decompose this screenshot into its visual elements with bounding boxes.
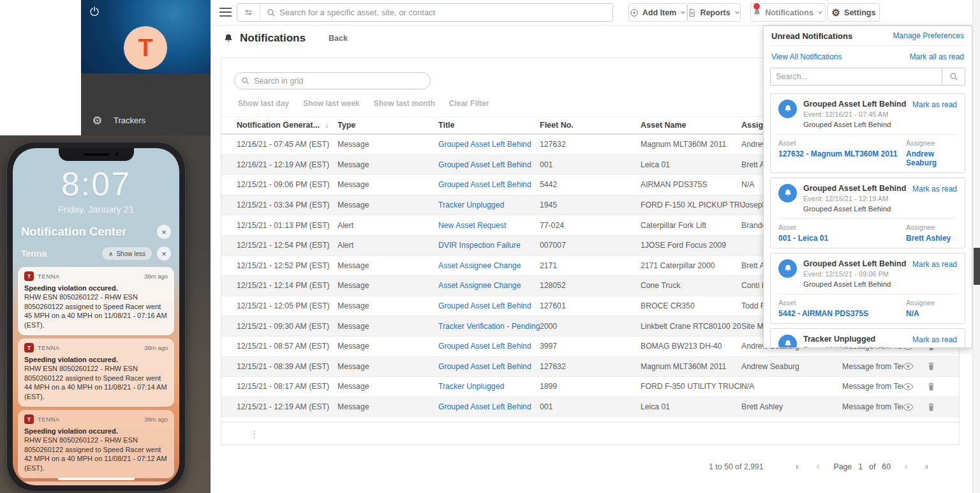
- back-button[interactable]: Back: [329, 34, 348, 43]
- column-header-type[interactable]: Type: [338, 121, 438, 130]
- notification-card[interactable]: Grouped Asset Left Behind Event: 12/16/2…: [770, 178, 965, 248]
- assignee-link[interactable]: Andrew Seaburg: [906, 149, 957, 167]
- phone-notification-card[interactable]: T TENNA 38m ago Speeding violation occur…: [18, 267, 174, 335]
- cell-generated: 12/16/21 - 12:19 AM (EST): [237, 160, 338, 169]
- trash-icon[interactable]: [927, 361, 959, 371]
- filter-tune-icon[interactable]: [237, 4, 260, 21]
- grid-search-input[interactable]: [254, 77, 424, 86]
- mark-all-as-read-link[interactable]: Mark all as read: [910, 52, 964, 61]
- mark-as-read-link[interactable]: Mark as read: [912, 335, 957, 344]
- app-name: TENNA: [38, 273, 144, 280]
- view-all-notifications-link[interactable]: View All Notifications: [771, 52, 842, 61]
- power-icon[interactable]: [89, 6, 100, 17]
- column-header-title[interactable]: Title: [438, 121, 540, 130]
- phone-notification-card[interactable]: T TENNA 38m ago Speeding violation occur…: [18, 338, 174, 407]
- trash-icon[interactable]: [927, 382, 959, 391]
- dropdown-card-list: Grouped Asset Left Behind Event: 12/16/2…: [770, 93, 965, 348]
- cell-type: Message: [338, 201, 438, 209]
- tenna-app-icon: T: [24, 343, 34, 353]
- notifications-dropdown: Unread Notifications Manage Preferences …: [763, 26, 972, 348]
- asset-link[interactable]: 5442 - AIRMAN PDS375S: [778, 309, 906, 318]
- cell-asset: Linkbelt Crane RTC80100 2006: [641, 322, 741, 331]
- assignee-label: Assignee: [906, 224, 957, 231]
- column-header-asset[interactable]: Asset Name: [641, 121, 741, 130]
- notification-title-link[interactable]: Grouped Asset Left Behind: [438, 342, 540, 351]
- notification-title-link[interactable]: New Asset Request: [438, 221, 540, 230]
- notification-title-link[interactable]: DVIR Inspection Failure: [438, 241, 540, 250]
- settings-button[interactable]: ⚙ Settings: [828, 3, 880, 22]
- notification-card[interactable]: Tracker Unplugged Event: 12/15/21 - 03:3…: [770, 328, 965, 348]
- notifications-button[interactable]: Notifications: [750, 3, 826, 22]
- column-header-fleet[interactable]: Fleet No.: [540, 121, 641, 130]
- dropdown-search-input[interactable]: [771, 68, 942, 85]
- report-doc-icon: [688, 8, 696, 17]
- cell-fleet: 77-024: [540, 221, 641, 230]
- notification-card[interactable]: Grouped Asset Left Behind Event: 12/16/2…: [770, 93, 965, 173]
- notification-title-link[interactable]: Grouped Asset Left Behind: [438, 301, 540, 310]
- sidebar-item-trackers[interactable]: Trackers: [81, 104, 211, 137]
- notification-title-link[interactable]: Tracker Unplugged: [438, 201, 540, 209]
- trash-icon[interactable]: [927, 402, 959, 412]
- prev-page-icon[interactable]: [814, 463, 822, 471]
- mark-as-read-link[interactable]: Mark as read: [912, 100, 957, 109]
- phone-notification-card[interactable]: T TENNA 38m ago Speeding violation occur…: [18, 410, 174, 478]
- close-icon[interactable]: ×: [157, 225, 171, 239]
- assignee-link[interactable]: N/A: [906, 309, 957, 318]
- card-event-time: Event: 12/15/21 - 03:34 PM: [803, 345, 889, 348]
- asset-label: Asset: [778, 299, 906, 307]
- table-row[interactable]: 12/15/21 - 12:19 AM (EST) Message Groupe…: [221, 397, 959, 418]
- chevron-up-icon: ∧: [108, 250, 113, 257]
- dropdown-title: Unread Notifications: [771, 31, 852, 41]
- view-eye-icon[interactable]: [903, 362, 927, 370]
- notification-title-link[interactable]: Grouped Asset Left Behind: [438, 402, 540, 411]
- notification-title-link[interactable]: Grouped Asset Left Behind: [438, 160, 540, 169]
- notification-body: RHW ESN 8050260122 - RHW ESN 8050260122 …: [24, 436, 168, 473]
- mark-as-read-link[interactable]: Mark as read: [912, 185, 957, 193]
- scrollbar-thumb[interactable]: [974, 248, 980, 285]
- bell-icon: [778, 259, 797, 278]
- column-header-generated[interactable]: Notification Generat...↓: [237, 121, 338, 130]
- reports-button[interactable]: Reports: [687, 3, 741, 22]
- search-icon[interactable]: [942, 68, 965, 85]
- manage-preferences-link[interactable]: Manage Preferences: [893, 31, 964, 40]
- last-page-icon[interactable]: [921, 463, 930, 471]
- avatar[interactable]: T: [124, 26, 167, 70]
- tenna-app-icon: T: [24, 414, 34, 424]
- gear-icon: ⚙: [832, 8, 840, 17]
- table-row[interactable]: 12/15/21 - 08:17 AM (EST) Message Tracke…: [221, 377, 959, 397]
- notification-title-link[interactable]: Asset Assignee Change: [438, 281, 540, 290]
- filter-link[interactable]: Show last month: [374, 99, 435, 108]
- cell-type: Message: [338, 342, 438, 351]
- cell-generated: 12/15/21 - 09:06 PM (EST): [237, 180, 338, 189]
- next-page-icon[interactable]: [902, 463, 910, 471]
- close-icon[interactable]: ×: [157, 247, 171, 261]
- notification-title-link[interactable]: Grouped Asset Left Behind: [438, 362, 540, 371]
- notification-title-link[interactable]: Asset Assignee Change: [438, 261, 540, 270]
- notification-title-link[interactable]: Grouped Asset Left Behind: [438, 180, 540, 189]
- view-eye-icon[interactable]: [903, 403, 927, 411]
- mark-as-read-link[interactable]: Mark as read: [912, 260, 957, 269]
- notification-title-link[interactable]: Tracker Unplugged: [438, 382, 540, 391]
- table-row[interactable]: 12/15/21 - 08:39 AM (EST) Message Groupe…: [221, 357, 959, 377]
- global-search-input[interactable]: [279, 8, 612, 17]
- first-page-icon[interactable]: [794, 463, 803, 471]
- notification-title-link[interactable]: Tracker Verification - Pending: [438, 322, 540, 331]
- notification-card[interactable]: Grouped Asset Left Behind Event: 12/15/2…: [770, 253, 965, 324]
- filter-link[interactable]: Show last day: [238, 99, 289, 108]
- view-eye-icon[interactable]: [903, 383, 927, 391]
- sort-desc-icon[interactable]: ↓: [325, 121, 329, 130]
- asset-link[interactable]: 001 - Leica 01: [778, 234, 906, 243]
- filter-link[interactable]: Show last week: [303, 99, 360, 108]
- phone-notification-card[interactable]: T TENNA 38m ago Speeding violation occur…: [18, 482, 174, 485]
- show-less-button[interactable]: ∧ Show less: [102, 247, 152, 260]
- hamburger-menu-icon[interactable]: [219, 8, 232, 19]
- notification-title-link[interactable]: Grouped Asset Left Behind: [438, 140, 540, 149]
- cell-generated: 12/15/21 - 09:30 AM (EST): [237, 322, 338, 331]
- add-item-button[interactable]: Add Item: [628, 3, 687, 22]
- scrollbar-track[interactable]: [972, 0, 980, 493]
- assignee-link[interactable]: Brett Ashley: [906, 234, 957, 243]
- filter-link[interactable]: Clear Filter: [449, 99, 489, 108]
- cell-type: Message: [338, 402, 438, 411]
- cell-asset: Leica 01: [641, 160, 741, 169]
- asset-link[interactable]: 127632 - Magnum MLT360M 2011: [778, 149, 906, 158]
